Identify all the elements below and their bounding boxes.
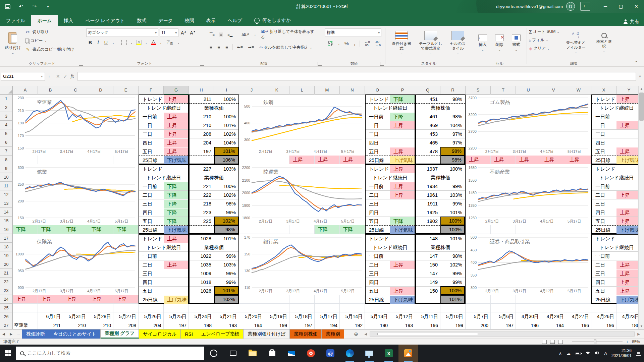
value-cell[interactable]: 208 [113,321,138,329]
day-price[interactable]: 150 [416,287,440,295]
date-cell[interactable]: 5月12日 [390,312,415,321]
trend-banner-cell-N16[interactable]: 下降 [340,225,365,234]
day-pct[interactable]: 99% [440,269,465,278]
cut-button[interactable]: ✂切り取り [24,27,76,36]
taskbar-app-task-view-icon[interactable] [223,345,243,362]
day-price[interactable]: 1934 [416,182,440,190]
borders-icon[interactable] [121,40,127,45]
day-label[interactable]: 一日前 [366,113,390,121]
decrease-decimal-icon[interactable]: .00→.0 [374,40,382,47]
trend-value[interactable] [616,165,641,173]
zoom-level[interactable]: 85% [632,340,640,344]
date-cell[interactable]: 6月1日 [38,312,63,321]
day-trend[interactable]: 上昇 [164,261,188,269]
column-header-L[interactable]: L [289,86,315,95]
row-header-10[interactable]: 10 [0,173,13,182]
day-trend[interactable]: 下降 [390,113,415,121]
day-trend[interactable]: 上昇 [164,130,188,138]
day-trend[interactable]: 下降 [164,191,188,199]
formula-input[interactable] [77,72,636,81]
onedrive-cloud-icon[interactable]: ☁ [566,351,571,356]
value-cell[interactable]: 199 [440,321,465,329]
font-color-icon[interactable]: A [151,40,156,45]
trend-value[interactable]: 上昇 [164,95,188,103]
sheet-tab-業種別張り付けば[interactable]: 業種別張り付けば [244,329,290,339]
industry-price[interactable]: 227 [190,165,214,173]
row-header-4[interactable]: 4 [0,121,13,129]
value-cell[interactable]: 196 [415,321,440,329]
day-label[interactable]: 五日 [366,217,390,225]
day-label[interactable]: 五日 [592,287,616,295]
ma25-state[interactable]: 下げ気味 [616,226,641,234]
date-cell[interactable]: 4月26日 [591,312,616,321]
industry-pct[interactable]: 100% [214,95,238,103]
price-subheader[interactable]: 業種株価 [190,174,238,182]
ma25-label[interactable]: 25日線 [139,226,164,234]
day-label[interactable]: 二日 [592,121,616,129]
undo-icon[interactable]: ↶ [17,2,25,11]
value-cell[interactable]: 211 [38,321,63,329]
find-select-button[interactable]: 検索と選択 ⌄ [592,27,616,58]
column-header-V[interactable]: V [541,86,566,95]
price-subheader[interactable]: 業種株価 [416,243,465,251]
row-header-25[interactable]: 25 [0,304,13,312]
date-cell[interactable]: 5月14日 [340,312,365,321]
ma25-pct[interactable]: 102% [214,295,238,304]
trend-banner-cell-A24[interactable]: 上昇 [13,295,38,303]
day-trend[interactable]: 下降 [164,208,188,217]
align-center-icon[interactable]: ≡ [217,45,221,50]
start-button[interactable] [0,345,16,362]
horizontal-scroll-track[interactable] [370,331,635,337]
column-header-G[interactable]: G [164,86,189,95]
number-format-combo[interactable]: 標準▾ [325,28,381,37]
value-cell[interactable]: 197 [164,321,189,329]
row-header-5[interactable]: 5 [0,129,13,138]
industry-pct[interactable]: 103% [214,165,238,173]
column-header-S[interactable]: S [466,86,491,95]
taskbar-app-app-red-icon[interactable] [301,345,321,362]
column-header-N[interactable]: N [340,86,365,95]
trend-row-label[interactable]: トレンド [366,165,390,173]
day-price[interactable]: 147 [416,269,440,278]
trend-banner-cell-S8[interactable]: 上昇 [466,156,490,164]
ribbon-tab-データ[interactable]: データ [152,15,179,26]
wrap-text-button[interactable]: ab↵ 折り返して全体を表示する [260,29,319,40]
font-name-combo[interactable]: 游ゴシック▾ [86,28,158,37]
trend-banner-cell-B16[interactable]: 下降 [38,225,63,234]
sheet-nav-left-icon[interactable]: ◀ [0,329,7,339]
day-price[interactable]: 197 [190,147,214,156]
day-pct[interactable]: 99% [214,269,238,278]
day-price[interactable]: 465 [416,139,440,147]
day-trend[interactable] [390,130,415,138]
day-pct[interactable]: 99% [214,252,238,260]
day-label[interactable]: 一日前 [366,252,390,260]
column-header-E[interactable]: E [113,86,139,95]
day-trend[interactable]: 上昇 [616,269,641,278]
taskbar-app-edge-icon[interactable] [340,345,360,362]
chart-陸運業[interactable]: 220021002000190018002月17日3月17日4月17日5月17日… [239,164,365,225]
scroll-up-icon[interactable]: ▲ [639,86,644,92]
industry-price[interactable]: 148 [416,235,440,243]
vertical-scroll-thumb[interactable] [639,93,644,121]
day-label[interactable]: 二日 [592,261,616,269]
row-header-6[interactable]: 6 [0,138,13,147]
day-pct[interactable]: 102% [214,130,238,138]
trend-banner-cell-D24[interactable]: 上昇 [88,295,113,303]
day-price[interactable]: 1961 [416,191,440,199]
day-pct[interactable]: 101% [214,286,238,295]
day-trend[interactable] [390,252,415,260]
day-price[interactable]: 1026 [190,287,214,295]
day-price[interactable]: 461 [416,113,440,121]
sheet-nav-right-icon[interactable]: ▶ [7,329,15,339]
conditional-formatting-button[interactable]: 条件付き書式 ⌄ [387,27,416,58]
align-top-icon[interactable]: ▔≡ [209,33,216,37]
day-price[interactable]: 218 [190,200,214,208]
sheet-tab-今日のまとめサイト[interactable]: 今日のまとめサイト [49,329,101,339]
dialog-launcher-icon[interactable] [380,62,384,66]
day-pct[interactable]: 99% [440,182,465,190]
insert-function-icon[interactable]: fx [70,74,74,79]
value-cell[interactable]: 194 [315,321,339,329]
industry-price[interactable]: 451 [416,95,440,103]
trend-banner-cell-E16[interactable]: 下降 [113,225,138,234]
row-header-3[interactable]: 3 [0,112,13,121]
